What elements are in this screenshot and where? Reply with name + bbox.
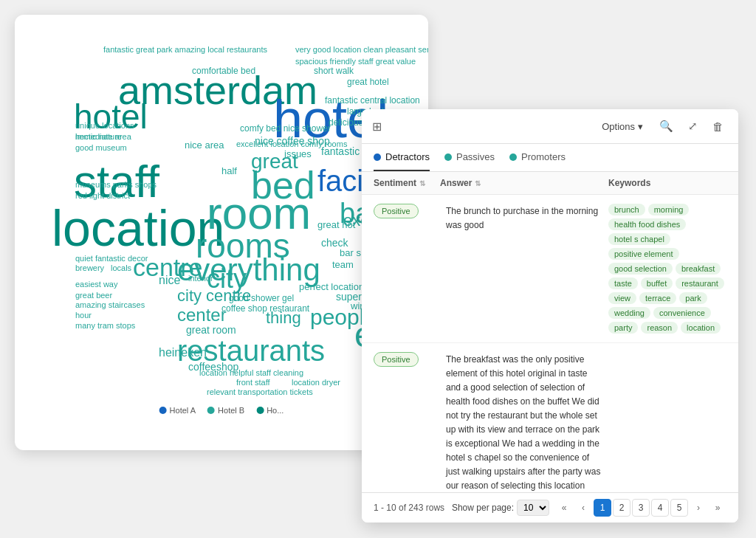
tab-dot xyxy=(509,154,517,161)
grid-icon: ⊞ xyxy=(372,120,382,134)
word-comfy-bed-nice-showe: comfy bed nice shower xyxy=(240,124,331,133)
pagination-bar: 1 - 10 of 243 rows Show per page: 10 25 … xyxy=(362,492,738,523)
options-button[interactable]: Options ▾ xyxy=(596,118,649,135)
word-spacious-friendly-st: spacious friendly staff great value xyxy=(295,58,416,66)
keyword-tag[interactable]: morning xyxy=(648,204,690,215)
page-nav: «‹12345›» xyxy=(555,499,726,517)
col-sentiment: Sentiment ⇅ xyxy=(374,178,440,188)
legend-label: Ho... xyxy=(267,406,284,415)
tab-dot xyxy=(444,154,452,161)
word-nice: nice xyxy=(159,275,180,286)
word-front-staff: front staff xyxy=(236,379,270,387)
page-btn-1[interactable]: 1 xyxy=(594,499,611,517)
word-comfortable-bed: comfortable bed xyxy=(192,66,255,75)
legend-label: Hotel A xyxy=(170,406,196,415)
answer-cell: The breakfast was the only positive elem… xyxy=(446,352,602,492)
legend-dot xyxy=(159,407,167,414)
tab-passives[interactable]: Passives xyxy=(444,144,495,171)
legend-item: Hotel A xyxy=(159,406,196,415)
tab-label: Detractors xyxy=(385,151,430,162)
legend-dot xyxy=(256,407,264,414)
word-easiest-way: easiest way xyxy=(75,280,117,289)
answer-text: The breakfast was the only positive elem… xyxy=(446,354,600,491)
word-red-light-district: red light district xyxy=(75,192,130,200)
keyword-tag[interactable]: convenience xyxy=(653,307,711,319)
word-many-tram-stops: many tram stops xyxy=(75,322,135,330)
word-relevant-transportat: relevant transportation tickets xyxy=(207,388,313,396)
page-btn-‹[interactable]: ‹ xyxy=(574,499,592,517)
legend-item: Ho... xyxy=(256,406,284,415)
keyword-tag[interactable]: breakfast xyxy=(676,263,721,275)
page-btn-«[interactable]: « xyxy=(555,499,573,517)
keywords-list: brunchmorninghealth food disheshotel s c… xyxy=(608,204,726,334)
tab-dot xyxy=(374,154,381,161)
answer-text: The brunch to purchase in the morning wa… xyxy=(446,206,598,230)
perpage-select: Show per page: 10 25 50 xyxy=(452,500,549,516)
keyword-tag[interactable]: restaurant xyxy=(676,277,724,289)
search-icon-button[interactable]: 🔍 xyxy=(655,117,678,136)
keyword-tag[interactable]: view xyxy=(608,292,636,304)
legend-label: Hotel B xyxy=(218,406,244,415)
word-half: half xyxy=(221,166,237,176)
word-interior: interior xyxy=(188,275,213,283)
table-panel: ⊞ Options ▾ 🔍 ⤢ 🗑 DetractorsPassivesProm… xyxy=(362,109,738,523)
answer-cell: The brunch to purchase in the morning wa… xyxy=(446,204,602,232)
sentiment-badge: Positive xyxy=(374,204,419,218)
word-team: team xyxy=(332,260,354,269)
keyword-tag[interactable]: wedding xyxy=(608,307,650,319)
keyword-tag[interactable]: good selection xyxy=(608,263,673,275)
keyword-tag[interactable]: taste xyxy=(608,277,638,289)
page-btn-›[interactable]: › xyxy=(690,499,707,517)
page-btn-2[interactable]: 2 xyxy=(613,499,630,517)
delete-icon-button[interactable]: 🗑 xyxy=(708,117,728,136)
word-quiet-fantastic-deco: quiet fantastic decor xyxy=(75,255,148,263)
page-btn-3[interactable]: 3 xyxy=(632,499,650,517)
sort-sentiment-icon[interactable]: ⇅ xyxy=(419,179,425,187)
keyword-tag[interactable]: reason xyxy=(641,322,678,334)
word-hectic-nature: hectic nature xyxy=(75,133,122,141)
tab-detractors[interactable]: Detractors xyxy=(374,144,430,171)
sentiment-cell: Positive xyxy=(374,352,440,367)
perpage-dropdown[interactable]: 10 25 50 xyxy=(517,500,549,516)
table-content: PositiveThe brunch to purchase in the mo… xyxy=(362,195,738,492)
keyword-tag[interactable]: positive element xyxy=(608,248,679,260)
word-fantastic-great-park: fantastic great park amazing local resta… xyxy=(103,46,267,54)
word-check: check xyxy=(321,238,348,248)
keyword-tag[interactable]: park xyxy=(679,292,707,304)
tab-label: Passives xyxy=(456,151,495,162)
word-nice-area: nice area xyxy=(185,140,224,150)
sort-answer-icon[interactable]: ⇅ xyxy=(475,179,481,187)
word-great-hotel: great hotel xyxy=(347,77,389,86)
keyword-tag[interactable]: party xyxy=(608,322,638,334)
page-btn-5[interactable]: 5 xyxy=(670,499,688,517)
options-label: Options xyxy=(602,121,635,132)
keyword-tag[interactable]: buffet xyxy=(641,277,673,289)
word-bar-s: bar s xyxy=(340,248,361,258)
table-row: PositiveThe breakfast was the only posit… xyxy=(362,343,738,492)
keyword-tag[interactable]: location xyxy=(681,322,721,334)
word-center: center xyxy=(177,306,227,324)
word-great-room: great room xyxy=(186,325,236,335)
col-answer: Answer ⇅ xyxy=(440,178,608,188)
wordcloud-container: amsterdamhotelhotelstafflocationroomroom… xyxy=(30,30,413,435)
page-btn-4[interactable]: 4 xyxy=(651,499,669,517)
keyword-tag[interactable]: hotel s chapel xyxy=(608,233,670,245)
word-nice-coffee-shop: nice coffee shop xyxy=(255,136,330,146)
word-short-walk: short walk xyxy=(314,66,354,75)
word-location-helpful-sta: location helpful staff cleaning xyxy=(199,369,303,377)
page-btn-»[interactable]: » xyxy=(709,499,726,517)
keyword-tag[interactable]: brunch xyxy=(608,204,645,215)
word-location-dryer: location dryer xyxy=(292,379,340,387)
sentiment-cell: Positive xyxy=(374,204,440,218)
keyword-tag[interactable]: terrace xyxy=(639,292,676,304)
options-chevron: ▾ xyxy=(638,121,643,132)
word-brewery: brewery xyxy=(75,264,104,272)
tabs-row: DetractorsPassivesPromoters xyxy=(362,144,738,172)
col-keywords: Keywords xyxy=(608,178,726,188)
word-issues: issues xyxy=(284,149,312,159)
expand-icon-button[interactable]: ⤢ xyxy=(684,117,702,136)
wordcloud-legend: Hotel AHotel BHo... xyxy=(159,406,284,415)
word-hour: hour xyxy=(75,311,92,320)
keyword-tag[interactable]: health food dishes xyxy=(608,218,686,230)
tab-promoters[interactable]: Promoters xyxy=(509,144,566,171)
